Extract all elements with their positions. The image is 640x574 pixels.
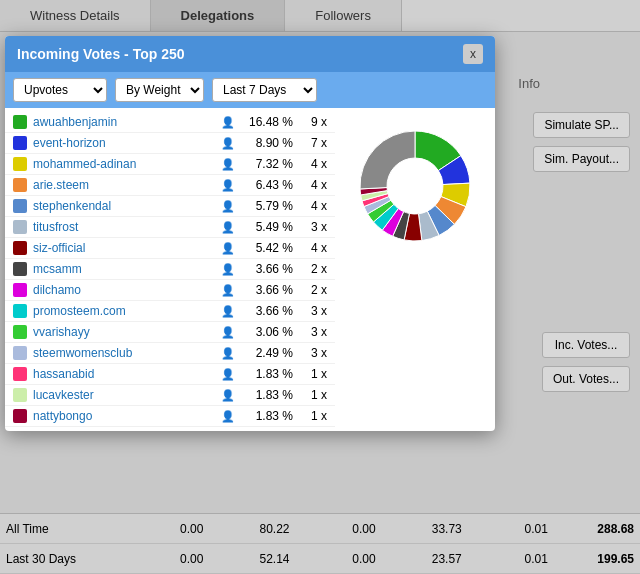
vote-color-swatch	[13, 367, 27, 381]
vote-color-swatch	[13, 178, 27, 192]
donut-chart	[345, 116, 485, 256]
tab-followers[interactable]: Followers	[285, 0, 402, 31]
out-votes-button[interactable]: Out. Votes...	[542, 366, 630, 392]
right-buttons-bottom: Inc. Votes... Out. Votes...	[542, 332, 630, 392]
cell-5-alltime: 288.68	[554, 522, 640, 536]
vote-row: titusfrost 👤 5.49 % 3 x	[5, 217, 335, 238]
tab-bar: Witness Details Delegations Followers	[0, 0, 640, 32]
vote-row: lucavkester 👤 1.83 % 1 x	[5, 385, 335, 406]
vote-row: dilchamo 👤 3.66 % 2 x	[5, 280, 335, 301]
user-icon: 👤	[221, 305, 235, 318]
bottom-row-30days: Last 30 Days 0.00 52.14 0.00 23.57 0.01 …	[0, 544, 640, 574]
vote-color-swatch	[13, 115, 27, 129]
sim-payout-button[interactable]: Sim. Payout...	[533, 146, 630, 172]
vote-percentage: 3.66 %	[241, 283, 293, 297]
vote-name-link[interactable]: lucavkester	[33, 388, 215, 402]
vote-multiplier: 3 x	[299, 325, 327, 339]
vote-row: arie.steem 👤 6.43 % 4 x	[5, 175, 335, 196]
vote-list: awuahbenjamin 👤 16.48 % 9 x event-horizo…	[5, 108, 335, 431]
vote-percentage: 1.83 %	[241, 367, 293, 381]
vote-multiplier: 1 x	[299, 388, 327, 402]
modal-header: Incoming Votes - Top 250 x	[5, 36, 495, 72]
vote-color-swatch	[13, 409, 27, 423]
user-icon: 👤	[221, 179, 235, 192]
modal-body: awuahbenjamin 👤 16.48 % 9 x event-horizo…	[5, 108, 495, 431]
vote-name-link[interactable]: nattybongo	[33, 409, 215, 423]
filter-weight-select[interactable]: By Weight By Count	[115, 78, 204, 102]
vote-name-link[interactable]: promosteem.com	[33, 304, 215, 318]
tab-witness-details[interactable]: Witness Details	[0, 0, 151, 31]
cell-4-alltime: 0.01	[468, 522, 554, 536]
filter-time-select[interactable]: Last 7 Days Last 30 Days All Time	[212, 78, 317, 102]
vote-name-link[interactable]: steemwomensclub	[33, 346, 215, 360]
vote-percentage: 1.83 %	[241, 409, 293, 423]
cell-2-alltime: 0.00	[295, 522, 381, 536]
vote-color-swatch	[13, 136, 27, 150]
vote-name-link[interactable]: mcsamm	[33, 262, 215, 276]
vote-multiplier: 3 x	[299, 346, 327, 360]
cell-5-30days: 199.65	[554, 552, 640, 566]
user-icon: 👤	[221, 410, 235, 423]
user-icon: 👤	[221, 368, 235, 381]
vote-color-swatch	[13, 325, 27, 339]
modal-close-button[interactable]: x	[463, 44, 483, 64]
inc-votes-button[interactable]: Inc. Votes...	[542, 332, 630, 358]
vote-percentage: 3.06 %	[241, 325, 293, 339]
vote-name-link[interactable]: siz-official	[33, 241, 215, 255]
vote-percentage: 3.66 %	[241, 304, 293, 318]
vote-color-swatch	[13, 346, 27, 360]
vote-name-link[interactable]: dilchamo	[33, 283, 215, 297]
user-icon: 👤	[221, 326, 235, 339]
cell-label-alltime: All Time	[0, 522, 123, 536]
bottom-table: All Time 0.00 80.22 0.00 33.73 0.01 288.…	[0, 513, 640, 574]
vote-percentage: 3.66 %	[241, 262, 293, 276]
user-icon: 👤	[221, 158, 235, 171]
vote-multiplier: 4 x	[299, 199, 327, 213]
cell-2-30days: 0.00	[295, 552, 381, 566]
simulate-sp-button[interactable]: Simulate SP...	[533, 112, 630, 138]
vote-name-link[interactable]: hassanabid	[33, 367, 215, 381]
vote-color-swatch	[13, 283, 27, 297]
cell-0-30days: 0.00	[123, 552, 209, 566]
vote-row: vvarishayy 👤 3.06 % 3 x	[5, 322, 335, 343]
user-icon: 👤	[221, 242, 235, 255]
vote-name-link[interactable]: vvarishayy	[33, 325, 215, 339]
vote-color-swatch	[13, 199, 27, 213]
filter-type-select[interactable]: Upvotes Downvotes All	[13, 78, 107, 102]
vote-name-link[interactable]: event-horizon	[33, 136, 215, 150]
vote-row: mcsamm 👤 3.66 % 2 x	[5, 259, 335, 280]
vote-name-link[interactable]: arie.steem	[33, 178, 215, 192]
vote-multiplier: 9 x	[299, 115, 327, 129]
user-icon: 👤	[221, 347, 235, 360]
cell-1-alltime: 80.22	[209, 522, 295, 536]
vote-name-link[interactable]: awuahbenjamin	[33, 115, 215, 129]
vote-percentage: 5.42 %	[241, 241, 293, 255]
chart-area	[335, 108, 495, 431]
user-icon: 👤	[221, 221, 235, 234]
vote-multiplier: 4 x	[299, 241, 327, 255]
vote-percentage: 16.48 %	[241, 115, 293, 129]
vote-name-link[interactable]: stephenkendal	[33, 199, 215, 213]
user-icon: 👤	[221, 284, 235, 297]
vote-row: steemwomensclub 👤 2.49 % 3 x	[5, 343, 335, 364]
vote-multiplier: 2 x	[299, 262, 327, 276]
tab-delegations[interactable]: Delegations	[151, 0, 286, 31]
cell-3-alltime: 33.73	[382, 522, 468, 536]
cell-3-30days: 23.57	[382, 552, 468, 566]
vote-color-swatch	[13, 262, 27, 276]
incoming-votes-modal: Incoming Votes - Top 250 x Upvotes Downv…	[5, 36, 495, 431]
right-buttons-top: Simulate SP... Sim. Payout...	[533, 112, 630, 172]
vote-percentage: 7.32 %	[241, 157, 293, 171]
vote-color-swatch	[13, 304, 27, 318]
bottom-row-alltime: All Time 0.00 80.22 0.00 33.73 0.01 288.…	[0, 514, 640, 544]
vote-percentage: 1.83 %	[241, 388, 293, 402]
vote-multiplier: 2 x	[299, 283, 327, 297]
vote-multiplier: 3 x	[299, 220, 327, 234]
user-icon: 👤	[221, 137, 235, 150]
vote-name-link[interactable]: titusfrost	[33, 220, 215, 234]
cell-label-30days: Last 30 Days	[0, 552, 123, 566]
vote-row: nattybongo 👤 1.83 % 1 x	[5, 406, 335, 427]
vote-name-link[interactable]: mohammed-adinan	[33, 157, 215, 171]
cell-4-30days: 0.01	[468, 552, 554, 566]
vote-color-swatch	[13, 157, 27, 171]
